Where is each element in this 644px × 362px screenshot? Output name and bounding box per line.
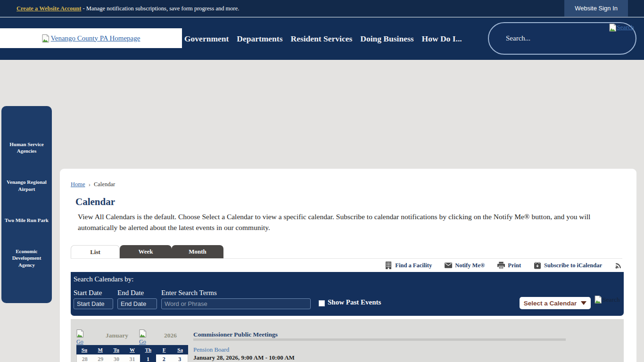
logo-alt-text: Venango County PA Homepage bbox=[51, 34, 140, 42]
day-header-sunday[interactable]: Su bbox=[76, 345, 92, 354]
site-search-button[interactable]: Search bbox=[609, 24, 634, 32]
nav-item-departments[interactable]: Departments bbox=[237, 34, 282, 44]
search-button-alt-text: Search bbox=[617, 24, 634, 31]
calendar-date-cell[interactable]: 2 bbox=[156, 354, 172, 362]
calendar-date-cell[interactable]: 28 bbox=[77, 354, 93, 362]
sidebar-item-economic-development-agency[interactable]: Economic Development Agency bbox=[4, 248, 50, 268]
nav-item-doing-business[interactable]: Doing Business bbox=[360, 34, 413, 44]
breadcrumb-separator: › bbox=[89, 181, 91, 188]
select-a-calendar-label: Select a Calendar bbox=[524, 300, 577, 307]
notify-me-label: Notify Me® bbox=[455, 262, 485, 269]
page: Create a Website Account - Manage notifi… bbox=[0, 0, 644, 362]
broken-image-icon bbox=[594, 296, 602, 304]
breadcrumb: Home › Calendar bbox=[71, 181, 115, 188]
broken-image-icon bbox=[76, 329, 83, 337]
mini-calendar-day-headers: Su M Tu W Th F Sa bbox=[76, 345, 188, 354]
calendar-results-panel: Go to January Go to 2026 Su M Tu W bbox=[71, 319, 624, 362]
tab-list[interactable]: List bbox=[71, 245, 120, 258]
broken-image-icon bbox=[609, 24, 616, 32]
breadcrumb-current: Calendar bbox=[94, 181, 115, 188]
quick-links-sidebar: Human Service Agencies Venango Regional … bbox=[1, 106, 52, 303]
page-intro-text: View All Calendars is the default. Choos… bbox=[78, 211, 610, 233]
calendar-date-cell[interactable]: 29 bbox=[93, 354, 109, 362]
search-terms-input[interactable] bbox=[161, 298, 311, 309]
account-tagline: - Manage notification subscriptions, sav… bbox=[83, 5, 239, 12]
rss-icon bbox=[615, 262, 622, 269]
subscribe-to-icalendar-label: Subscribe to iCalendar bbox=[544, 262, 602, 269]
search-calendars-panel: Search Calendars by: Start Date End Date… bbox=[71, 272, 624, 316]
search-calendars-heading: Search Calendars by: bbox=[74, 275, 133, 283]
nav-item-resident-services[interactable]: Resident Services bbox=[291, 34, 353, 44]
broken-image-icon bbox=[42, 34, 49, 42]
website-sign-in-button[interactable]: Website Sign In bbox=[564, 0, 628, 17]
calendar-download-icon bbox=[534, 262, 541, 269]
main-navigation: Government Departments Resident Services… bbox=[184, 17, 462, 60]
site-logo-link[interactable]: Venango County PA Homepage bbox=[0, 28, 182, 48]
calendar-search-submit-button[interactable]: Search bbox=[594, 296, 620, 304]
day-header-friday[interactable]: F bbox=[156, 345, 172, 354]
show-past-events-label[interactable]: Show Past Events bbox=[328, 298, 381, 306]
day-header-tuesday[interactable]: Tu bbox=[108, 345, 124, 354]
event-datetime: January 28, 2026, 9:00 AM - 10:00 AM bbox=[193, 354, 295, 362]
calendar-date-cell[interactable]: 30 bbox=[108, 354, 124, 362]
nav-item-how-do-i[interactable]: How Do I... bbox=[422, 34, 462, 44]
start-date-input[interactable] bbox=[74, 298, 113, 309]
print-button[interactable]: Print bbox=[497, 262, 521, 269]
site-search-input[interactable] bbox=[506, 23, 600, 54]
search-terms-label: Enter Search Terms bbox=[161, 289, 217, 297]
sidebar-item-venango-regional-airport[interactable]: Venango Regional Airport bbox=[4, 179, 50, 192]
page-title: Calendar bbox=[75, 196, 115, 208]
end-date-input[interactable] bbox=[117, 298, 157, 309]
day-header-thursday[interactable]: Th bbox=[140, 345, 156, 354]
tab-week[interactable]: Week bbox=[120, 245, 172, 258]
show-past-events-checkbox[interactable] bbox=[319, 300, 325, 306]
calendar-search-alt-text: Search bbox=[603, 296, 620, 304]
mini-calendar-month: January bbox=[98, 332, 136, 339]
find-a-facility-label: Find a Facility bbox=[395, 262, 432, 269]
end-date-label: End Date bbox=[117, 289, 144, 297]
account-promo: Create a Website Account - Manage notifi… bbox=[17, 0, 239, 17]
chevron-down-icon bbox=[581, 301, 586, 305]
content-card: Home › Calendar Calendar View All Calend… bbox=[60, 169, 636, 362]
top-utility-bar: Create a Website Account - Manage notifi… bbox=[0, 0, 644, 17]
start-date-label: Start Date bbox=[74, 289, 102, 297]
sidebar-item-two-mile-run-park[interactable]: Two Mile Run Park bbox=[4, 217, 50, 223]
day-header-saturday[interactable]: Sa bbox=[172, 345, 188, 354]
select-a-calendar-dropdown[interactable]: Select a Calendar bbox=[520, 297, 591, 309]
tab-month[interactable]: Month bbox=[172, 245, 223, 258]
calendar-view-tabs: List Week Month bbox=[71, 245, 223, 258]
calendar-date-cell[interactable]: 31 bbox=[124, 354, 140, 362]
event-group-divider bbox=[193, 338, 566, 341]
event-link-pension-board[interactable]: Pension Board bbox=[193, 346, 229, 354]
mini-calendar-year: 2026 bbox=[164, 332, 177, 339]
find-a-facility-button[interactable]: Find a Facility bbox=[385, 262, 432, 269]
rss-button[interactable] bbox=[615, 262, 622, 269]
broken-image-icon bbox=[139, 329, 146, 337]
create-account-link[interactable]: Create a Website Account bbox=[17, 5, 81, 12]
mini-calendar-week-row: 28 29 30 31 1 2 3 bbox=[76, 354, 188, 362]
breadcrumb-home-link[interactable]: Home bbox=[71, 181, 85, 188]
day-header-wednesday[interactable]: W bbox=[124, 345, 140, 354]
day-header-monday[interactable]: M bbox=[92, 345, 108, 354]
facility-building-icon bbox=[385, 262, 392, 269]
calendar-date-cell-selected[interactable]: 1 bbox=[140, 354, 156, 362]
envelope-icon bbox=[445, 262, 452, 269]
event-group-title: Commissioner Public Meetings bbox=[193, 331, 278, 338]
site-header: Venango County PA Homepage Government De… bbox=[0, 17, 644, 60]
calendar-date-cell[interactable]: 3 bbox=[172, 354, 188, 362]
notify-me-button[interactable]: Notify Me® bbox=[445, 262, 485, 269]
print-label: Print bbox=[508, 262, 521, 269]
nav-item-government[interactable]: Government bbox=[184, 34, 229, 44]
subscribe-to-icalendar-button[interactable]: Subscribe to iCalendar bbox=[534, 262, 602, 269]
printer-icon bbox=[497, 262, 505, 269]
sidebar-item-human-service-agencies[interactable]: Human Service Agencies bbox=[4, 141, 50, 155]
calendar-toolbar: Find a Facility Notify Me® Print bbox=[71, 258, 622, 272]
